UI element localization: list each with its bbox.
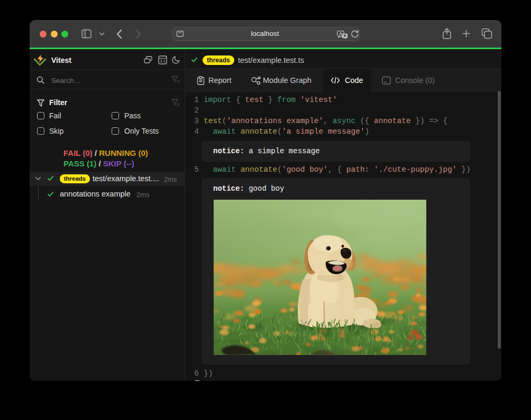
svg-text:1: 1 bbox=[163, 59, 165, 63]
svg-text:★: ★ bbox=[343, 33, 346, 38]
svg-text:3: 3 bbox=[160, 59, 162, 63]
svg-text:A: A bbox=[339, 31, 342, 36]
